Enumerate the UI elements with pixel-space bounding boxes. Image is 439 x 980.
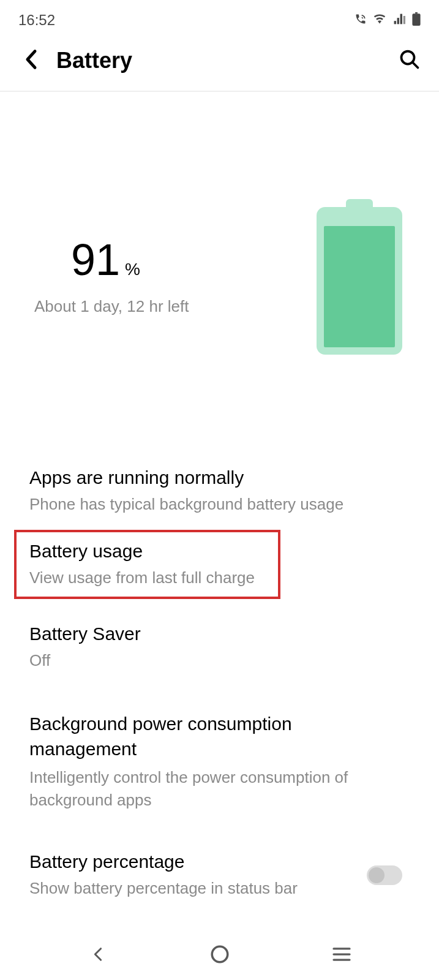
item-title: Battery percentage	[29, 851, 367, 872]
highlight-annotation: Battery usage View usage from last full …	[14, 530, 280, 598]
battery-text-block: 91 % About 1 day, 12 hr left	[34, 238, 317, 316]
svg-rect-0	[415, 12, 418, 13]
toggle-knob-icon	[369, 867, 385, 883]
list-item-battery-usage[interactable]: Battery usage View usage from last full …	[29, 532, 266, 596]
settings-list: Apps are running normally Phone has typi…	[0, 391, 439, 914]
battery-percent-value: 91	[71, 238, 120, 282]
list-item-background-power[interactable]: Background power consumption management …	[29, 686, 427, 826]
nav-recent-button[interactable]	[326, 939, 357, 970]
item-subtitle: Off	[29, 649, 427, 671]
phone-ringer-icon	[355, 13, 367, 28]
list-item-battery-saver[interactable]: Battery Saver Off	[29, 599, 427, 686]
search-icon[interactable]	[399, 48, 421, 73]
percent-symbol: %	[125, 260, 140, 279]
svg-point-3	[212, 946, 228, 962]
status-icons	[355, 12, 421, 28]
battery-graphic	[317, 199, 402, 355]
list-item-battery-percentage[interactable]: Battery percentage Show battery percenta…	[29, 826, 427, 914]
item-title: Apps are running normally	[29, 467, 427, 488]
item-subtitle: Intelligently control the power consumpt…	[29, 766, 396, 811]
battery-body-icon	[317, 207, 402, 355]
item-title: Battery Saver	[29, 624, 427, 644]
status-bar: 16:52	[0, 0, 439, 37]
back-icon[interactable]	[24, 49, 38, 72]
battery-status-icon	[412, 12, 421, 28]
battery-time-estimate: About 1 day, 12 hr left	[34, 297, 317, 316]
item-subtitle: Phone has typical background battery usa…	[29, 493, 427, 515]
item-title: Battery usage	[29, 532, 266, 562]
item-subtitle: View usage from last full charge	[29, 567, 266, 596]
app-header: Battery	[0, 37, 439, 92]
system-nav-bar	[0, 928, 439, 980]
wifi-icon	[373, 13, 386, 28]
battery-percentage-toggle[interactable]	[367, 865, 402, 885]
nav-back-button[interactable]	[83, 939, 113, 970]
item-subtitle: Show battery percentage in status bar	[29, 877, 367, 899]
cell-signal-icon	[392, 13, 406, 28]
battery-summary: 91 % About 1 day, 12 hr left	[0, 92, 439, 391]
svg-rect-1	[412, 13, 420, 26]
battery-percent-row: 91 %	[34, 238, 317, 282]
status-time: 16:52	[18, 12, 55, 29]
page-title: Battery	[56, 48, 399, 74]
nav-home-button[interactable]	[204, 939, 235, 970]
item-title: Background power consumption management	[29, 712, 396, 761]
list-item-apps-normal[interactable]: Apps are running normally Phone has typi…	[29, 453, 427, 530]
battery-fill-icon	[324, 226, 395, 347]
